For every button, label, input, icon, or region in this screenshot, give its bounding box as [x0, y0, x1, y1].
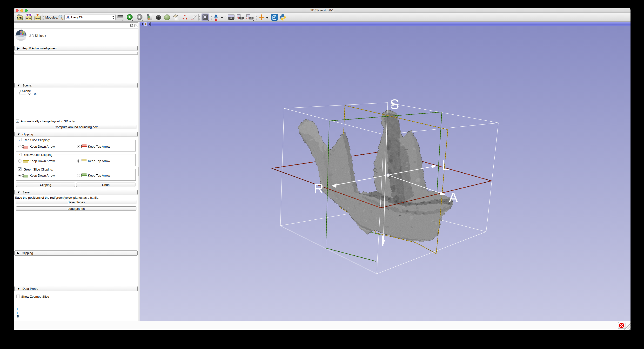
svg-text:A: A	[449, 190, 458, 205]
svg-text:DATA: DATA	[17, 17, 23, 19]
svg-text:S: S	[390, 97, 399, 112]
svg-text:DCM: DCM	[26, 17, 31, 19]
svg-text:R: R	[314, 181, 324, 196]
svg-text:SAVE: SAVE	[35, 17, 40, 19]
svg-text:L: L	[442, 158, 450, 173]
svg-text:EasyClip: EasyClip	[66, 18, 70, 19]
svg-text:I: I	[381, 233, 385, 249]
